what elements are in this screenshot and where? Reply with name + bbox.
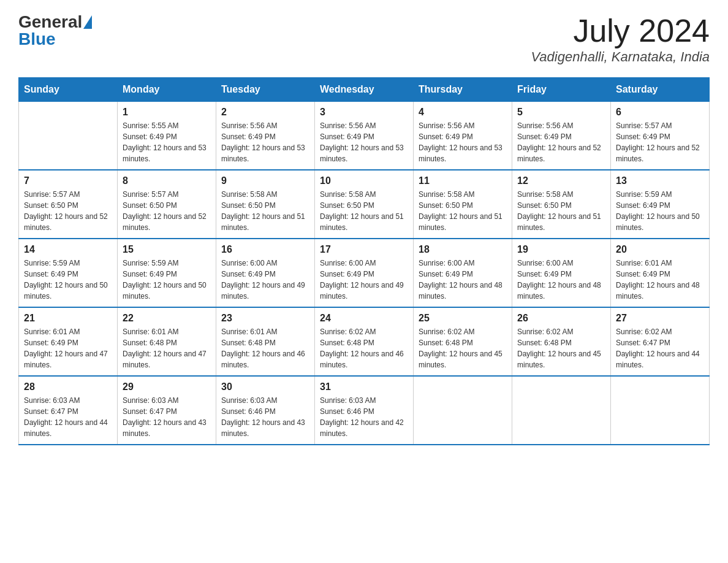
month-year-title: July 2024 xyxy=(531,12,710,49)
calendar-cell-w5-d7 xyxy=(611,376,710,445)
day-number-30: 30 xyxy=(221,381,309,393)
day-number-10: 10 xyxy=(320,175,408,186)
calendar-week-3: 14Sunrise: 5:59 AMSunset: 6:49 PMDayligh… xyxy=(19,239,710,307)
day-number-1: 1 xyxy=(123,107,211,118)
day-info-24: Sunrise: 6:02 AMSunset: 6:48 PMDaylight:… xyxy=(320,326,408,370)
calendar-cell-w3-d7: 20Sunrise: 6:01 AMSunset: 6:49 PMDayligh… xyxy=(611,239,710,307)
calendar-cell-w5-d5 xyxy=(414,376,512,445)
day-number-6: 6 xyxy=(616,107,704,118)
calendar-cell-w1-d3: 2Sunrise: 5:56 AMSunset: 6:49 PMDaylight… xyxy=(216,102,315,170)
title-section: July 2024 Vadigenhalli, Karnataka, India xyxy=(531,12,710,65)
location-subtitle: Vadigenhalli, Karnataka, India xyxy=(531,49,710,65)
day-info-29: Sunrise: 6:03 AMSunset: 6:47 PMDaylight:… xyxy=(123,395,211,439)
weekday-header-saturday: Saturday xyxy=(611,78,710,102)
calendar-cell-w5-d1: 28Sunrise: 6:03 AMSunset: 6:47 PMDayligh… xyxy=(19,376,118,445)
calendar-cell-w5-d2: 29Sunrise: 6:03 AMSunset: 6:47 PMDayligh… xyxy=(118,376,216,445)
day-info-18: Sunrise: 6:00 AMSunset: 6:49 PMDaylight:… xyxy=(419,258,507,302)
calendar-body: 1Sunrise: 5:55 AMSunset: 6:49 PMDaylight… xyxy=(19,102,710,445)
calendar-cell-w3-d3: 16Sunrise: 6:00 AMSunset: 6:49 PMDayligh… xyxy=(216,239,315,307)
calendar-cell-w4-d2: 22Sunrise: 6:01 AMSunset: 6:48 PMDayligh… xyxy=(118,307,216,376)
day-info-6: Sunrise: 5:57 AMSunset: 6:49 PMDaylight:… xyxy=(616,120,704,164)
day-info-12: Sunrise: 5:58 AMSunset: 6:50 PMDaylight:… xyxy=(517,189,605,233)
day-number-31: 31 xyxy=(320,381,408,393)
calendar-cell-w2-d3: 9Sunrise: 5:58 AMSunset: 6:50 PMDaylight… xyxy=(216,170,315,239)
day-number-7: 7 xyxy=(24,175,112,186)
calendar-cell-w2-d7: 13Sunrise: 5:59 AMSunset: 6:49 PMDayligh… xyxy=(611,170,710,239)
weekday-header-wednesday: Wednesday xyxy=(315,78,414,102)
day-number-3: 3 xyxy=(320,107,408,118)
day-number-17: 17 xyxy=(320,244,408,255)
day-info-23: Sunrise: 6:01 AMSunset: 6:48 PMDaylight:… xyxy=(221,326,309,370)
calendar-cell-w5-d4: 31Sunrise: 6:03 AMSunset: 6:46 PMDayligh… xyxy=(315,376,414,445)
day-number-15: 15 xyxy=(123,244,211,255)
day-info-8: Sunrise: 5:57 AMSunset: 6:50 PMDaylight:… xyxy=(123,189,211,233)
calendar-cell-w1-d4: 3Sunrise: 5:56 AMSunset: 6:49 PMDaylight… xyxy=(315,102,414,170)
day-number-14: 14 xyxy=(24,244,112,255)
calendar-cell-w2-d4: 10Sunrise: 5:58 AMSunset: 6:50 PMDayligh… xyxy=(315,170,414,239)
day-info-9: Sunrise: 5:58 AMSunset: 6:50 PMDaylight:… xyxy=(221,189,309,233)
day-number-25: 25 xyxy=(419,313,507,324)
day-number-18: 18 xyxy=(419,244,507,255)
logo-triangle-icon xyxy=(83,15,92,29)
day-number-28: 28 xyxy=(24,381,112,393)
calendar-cell-w1-d6: 5Sunrise: 5:56 AMSunset: 6:49 PMDaylight… xyxy=(512,102,611,170)
day-info-4: Sunrise: 5:56 AMSunset: 6:49 PMDaylight:… xyxy=(419,120,507,164)
calendar-cell-w5-d6 xyxy=(512,376,611,445)
page-header: General Blue July 2024 Vadigenhalli, Kar… xyxy=(18,12,710,65)
day-info-31: Sunrise: 6:03 AMSunset: 6:46 PMDaylight:… xyxy=(320,395,408,439)
day-info-2: Sunrise: 5:56 AMSunset: 6:49 PMDaylight:… xyxy=(221,120,309,164)
day-number-23: 23 xyxy=(221,313,309,324)
weekday-header-monday: Monday xyxy=(118,78,216,102)
day-number-12: 12 xyxy=(517,175,605,186)
calendar-cell-w5-d3: 30Sunrise: 6:03 AMSunset: 6:46 PMDayligh… xyxy=(216,376,315,445)
day-info-28: Sunrise: 6:03 AMSunset: 6:47 PMDaylight:… xyxy=(24,395,112,439)
calendar-cell-w4-d1: 21Sunrise: 6:01 AMSunset: 6:49 PMDayligh… xyxy=(19,307,118,376)
day-number-11: 11 xyxy=(419,175,507,186)
calendar-cell-w1-d5: 4Sunrise: 5:56 AMSunset: 6:49 PMDaylight… xyxy=(414,102,512,170)
calendar-cell-w2-d1: 7Sunrise: 5:57 AMSunset: 6:50 PMDaylight… xyxy=(19,170,118,239)
calendar-cell-w4-d6: 26Sunrise: 6:02 AMSunset: 6:48 PMDayligh… xyxy=(512,307,611,376)
weekday-header-row: SundayMondayTuesdayWednesdayThursdayFrid… xyxy=(19,78,710,102)
calendar-cell-w3-d1: 14Sunrise: 5:59 AMSunset: 6:49 PMDayligh… xyxy=(19,239,118,307)
calendar-cell-w4-d5: 25Sunrise: 6:02 AMSunset: 6:48 PMDayligh… xyxy=(414,307,512,376)
day-number-2: 2 xyxy=(221,107,309,118)
calendar-cell-w4-d7: 27Sunrise: 6:02 AMSunset: 6:47 PMDayligh… xyxy=(611,307,710,376)
calendar-header: SundayMondayTuesdayWednesdayThursdayFrid… xyxy=(19,78,710,102)
calendar-cell-w1-d1 xyxy=(19,102,118,170)
day-info-1: Sunrise: 5:55 AMSunset: 6:49 PMDaylight:… xyxy=(123,120,211,164)
day-number-22: 22 xyxy=(123,313,211,324)
day-info-22: Sunrise: 6:01 AMSunset: 6:48 PMDaylight:… xyxy=(123,326,211,370)
day-info-17: Sunrise: 6:00 AMSunset: 6:49 PMDaylight:… xyxy=(320,258,408,302)
day-info-21: Sunrise: 6:01 AMSunset: 6:49 PMDaylight:… xyxy=(24,326,112,370)
day-number-29: 29 xyxy=(123,381,211,393)
calendar-week-5: 28Sunrise: 6:03 AMSunset: 6:47 PMDayligh… xyxy=(19,376,710,445)
day-info-16: Sunrise: 6:00 AMSunset: 6:49 PMDaylight:… xyxy=(221,258,309,302)
day-number-5: 5 xyxy=(517,107,605,118)
day-number-16: 16 xyxy=(221,244,309,255)
day-info-26: Sunrise: 6:02 AMSunset: 6:48 PMDaylight:… xyxy=(517,326,605,370)
logo-blue-text: Blue xyxy=(18,29,56,49)
day-number-9: 9 xyxy=(221,175,309,186)
calendar-cell-w3-d2: 15Sunrise: 5:59 AMSunset: 6:49 PMDayligh… xyxy=(118,239,216,307)
calendar-table: SundayMondayTuesdayWednesdayThursdayFrid… xyxy=(18,77,710,445)
weekday-header-friday: Friday xyxy=(512,78,611,102)
day-number-13: 13 xyxy=(616,175,704,186)
day-info-19: Sunrise: 6:00 AMSunset: 6:49 PMDaylight:… xyxy=(517,258,605,302)
calendar-cell-w4-d3: 23Sunrise: 6:01 AMSunset: 6:48 PMDayligh… xyxy=(216,307,315,376)
day-number-8: 8 xyxy=(123,175,211,186)
calendar-cell-w4-d4: 24Sunrise: 6:02 AMSunset: 6:48 PMDayligh… xyxy=(315,307,414,376)
calendar-week-1: 1Sunrise: 5:55 AMSunset: 6:49 PMDaylight… xyxy=(19,102,710,170)
calendar-cell-w3-d5: 18Sunrise: 6:00 AMSunset: 6:49 PMDayligh… xyxy=(414,239,512,307)
calendar-cell-w2-d6: 12Sunrise: 5:58 AMSunset: 6:50 PMDayligh… xyxy=(512,170,611,239)
calendar-cell-w3-d4: 17Sunrise: 6:00 AMSunset: 6:49 PMDayligh… xyxy=(315,239,414,307)
day-number-24: 24 xyxy=(320,313,408,324)
day-number-20: 20 xyxy=(616,244,704,255)
day-info-7: Sunrise: 5:57 AMSunset: 6:50 PMDaylight:… xyxy=(24,189,112,233)
weekday-header-tuesday: Tuesday xyxy=(216,78,315,102)
calendar-cell-w1-d2: 1Sunrise: 5:55 AMSunset: 6:49 PMDaylight… xyxy=(118,102,216,170)
day-number-26: 26 xyxy=(517,313,605,324)
calendar-week-4: 21Sunrise: 6:01 AMSunset: 6:49 PMDayligh… xyxy=(19,307,710,376)
day-info-10: Sunrise: 5:58 AMSunset: 6:50 PMDaylight:… xyxy=(320,189,408,233)
calendar-cell-w2-d5: 11Sunrise: 5:58 AMSunset: 6:50 PMDayligh… xyxy=(414,170,512,239)
day-number-4: 4 xyxy=(419,107,507,118)
